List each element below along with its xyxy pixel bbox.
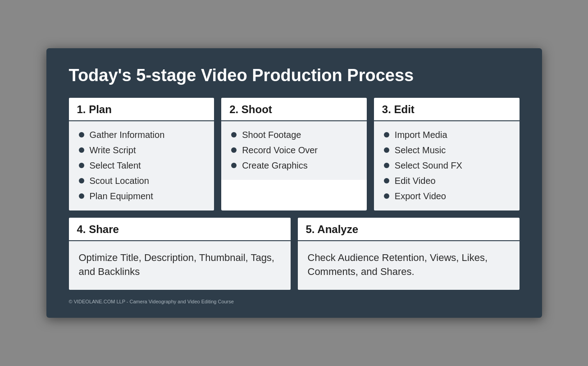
plan-item-4: Scout Location <box>90 175 149 186</box>
footer-text: © VIDEOLANE.COM LLP - Camera Videography… <box>69 299 234 304</box>
list-item: Write Script <box>79 145 206 156</box>
bullet-icon <box>79 147 84 153</box>
card-shoot-header: 2. Shoot <box>221 98 367 121</box>
bullet-icon <box>384 178 389 183</box>
card-plan-title: 1. Plan <box>77 103 112 115</box>
card-share: 4. Share Optimize Title, Description, Th… <box>69 218 291 290</box>
footer: © VIDEOLANE.COM LLP - Camera Videography… <box>69 299 520 304</box>
list-item: Select Talent <box>79 160 206 171</box>
card-edit-title: 3. Edit <box>382 103 415 115</box>
card-edit-header: 3. Edit <box>374 98 520 121</box>
plan-item-5: Plan Equipment <box>90 191 153 201</box>
card-share-body: Optimize Title, Description, Thumbnail, … <box>69 241 291 290</box>
card-analyze-body: Check Audience Retention, Views, Likes, … <box>298 241 520 290</box>
plan-list: Gather Information Write Script Select T… <box>79 129 206 201</box>
list-item: Select Music <box>384 145 511 156</box>
top-row: 1. Plan Gather Information Write Script … <box>69 98 520 210</box>
list-item: Gather Information <box>79 129 206 140</box>
card-analyze-title: 5. Analyze <box>306 223 359 235</box>
card-edit: 3. Edit Import Media Select Music Select… <box>374 98 520 210</box>
card-shoot-title: 2. Shoot <box>229 103 272 115</box>
card-plan: 1. Plan Gather Information Write Script … <box>69 98 214 210</box>
slide-title: Today's 5-stage Video Production Process <box>69 66 520 85</box>
analyze-text: Check Audience Retention, Views, Likes, … <box>308 251 510 279</box>
bullet-icon <box>231 132 237 137</box>
edit-item-2: Select Music <box>395 145 446 156</box>
card-share-header: 4. Share <box>69 218 291 241</box>
bullet-icon <box>79 193 84 199</box>
bullet-icon <box>231 163 237 168</box>
list-item: Create Graphics <box>231 160 359 171</box>
list-item: Record Voice Over <box>231 145 359 156</box>
bullet-icon <box>384 193 389 199</box>
share-text: Optimize Title, Description, Thumbnail, … <box>79 251 281 279</box>
plan-item-1: Gather Information <box>90 129 165 140</box>
list-item: Shoot Footage <box>231 129 359 140</box>
shoot-item-1: Shoot Footage <box>242 129 301 140</box>
list-item: Scout Location <box>79 175 206 186</box>
edit-item-4: Edit Video <box>395 175 436 186</box>
card-shoot: 2. Shoot Shoot Footage Record Voice Over… <box>221 98 367 210</box>
bullet-icon <box>79 178 84 183</box>
list-item: Select Sound FX <box>384 160 511 171</box>
edit-item-5: Export Video <box>395 191 446 201</box>
list-item: Import Media <box>384 129 511 140</box>
bullet-icon <box>384 163 389 168</box>
list-item: Edit Video <box>384 175 511 186</box>
bullet-icon <box>384 132 389 137</box>
shoot-item-2: Record Voice Over <box>242 145 318 156</box>
card-edit-body: Import Media Select Music Select Sound F… <box>374 121 520 210</box>
edit-item-3: Select Sound FX <box>395 160 462 171</box>
bullet-icon <box>231 147 237 153</box>
plan-item-3: Select Talent <box>90 160 141 171</box>
card-share-title: 4. Share <box>77 223 119 235</box>
card-shoot-body: Shoot Footage Record Voice Over Create G… <box>221 121 367 180</box>
slide: Today's 5-stage Video Production Process… <box>46 48 542 317</box>
list-item: Export Video <box>384 191 511 201</box>
card-plan-body: Gather Information Write Script Select T… <box>69 121 214 210</box>
edit-list: Import Media Select Music Select Sound F… <box>384 129 511 201</box>
plan-item-2: Write Script <box>90 145 136 156</box>
bullet-icon <box>79 163 84 168</box>
edit-item-1: Import Media <box>395 129 447 140</box>
card-analyze: 5. Analyze Check Audience Retention, Vie… <box>298 218 520 290</box>
card-plan-header: 1. Plan <box>69 98 214 121</box>
shoot-item-3: Create Graphics <box>242 160 308 171</box>
bullet-icon <box>79 132 84 137</box>
list-item: Plan Equipment <box>79 191 206 201</box>
card-analyze-header: 5. Analyze <box>298 218 520 241</box>
bottom-row: 4. Share Optimize Title, Description, Th… <box>69 218 520 290</box>
bullet-icon <box>384 147 389 153</box>
shoot-list: Shoot Footage Record Voice Over Create G… <box>231 129 359 171</box>
